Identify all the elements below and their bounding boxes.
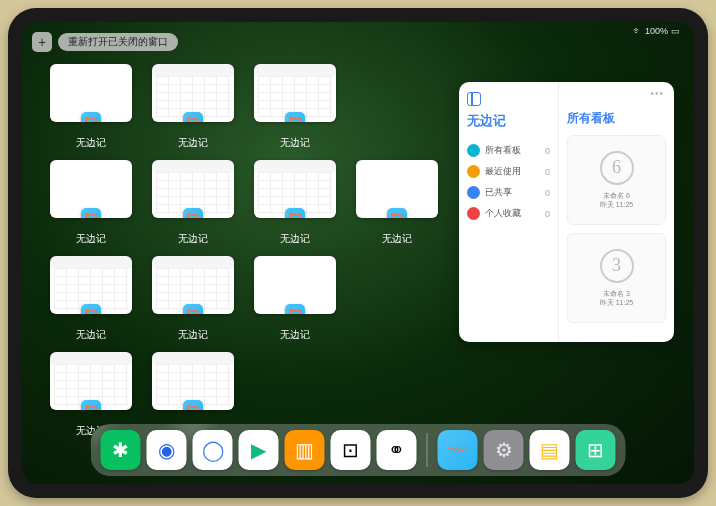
thumbnail-preview	[152, 64, 234, 122]
sidebar-item-count: 0	[545, 167, 550, 177]
dock-app-ali-cloud[interactable]: ◯	[193, 430, 233, 470]
board-name: 未命名 6	[600, 191, 633, 200]
thumbnail-preview	[50, 64, 132, 122]
sidebar-item-label: 个人收藏	[485, 207, 521, 220]
board-name: 未命名 3	[600, 289, 633, 298]
dock-app-quark[interactable]: ◉	[147, 430, 187, 470]
board-card[interactable]: 6未命名 6昨天 11:25	[567, 135, 666, 225]
window-menu-icon[interactable]: •••	[650, 88, 664, 99]
freeform-app-icon	[81, 208, 101, 218]
window-thumbnail[interactable]: 无边记	[356, 160, 438, 246]
dock-app-freeform[interactable]: 〰	[438, 430, 478, 470]
new-window-button[interactable]: +	[32, 32, 52, 52]
thumbnail-preview	[152, 256, 234, 314]
sidebar-item[interactable]: 已共享0	[467, 182, 550, 203]
dock-app-dice[interactable]: ⊡	[331, 430, 371, 470]
window-label: 无边记	[76, 232, 106, 246]
freeform-app-icon	[285, 304, 305, 314]
window-thumbnail[interactable]: 无边记	[254, 64, 336, 150]
freeform-app-icon	[183, 304, 203, 314]
sidebar-item[interactable]: 所有看板0	[467, 140, 550, 161]
plus-icon: +	[38, 34, 46, 50]
category-icon	[467, 186, 480, 199]
thumbnail-preview	[50, 352, 132, 410]
freeform-app-icon	[81, 112, 101, 122]
window-switcher-grid: 无边记无边记无边记无边记无边记无边记无边记无边记无边记无边记无边记无边记	[50, 64, 438, 438]
dock-app-settings[interactable]: ⚙	[484, 430, 524, 470]
sidebar-item-label: 最近使用	[485, 165, 521, 178]
window-thumbnail[interactable]: 无边记	[254, 160, 336, 246]
reopen-label: 重新打开已关闭的窗口	[68, 36, 168, 47]
sidebar-item-count: 0	[545, 146, 550, 156]
window-label: 无边记	[280, 136, 310, 150]
dock-app-play[interactable]: ▶	[239, 430, 279, 470]
window-thumbnail[interactable]: 无边记	[50, 160, 132, 246]
window-label: 无边记	[280, 232, 310, 246]
dock-app-graph[interactable]: ⚭	[377, 430, 417, 470]
window-thumbnail[interactable]: 无边记	[50, 256, 132, 342]
dock-app-books[interactable]: ▥	[285, 430, 325, 470]
window-label: 无边记	[76, 328, 106, 342]
freeform-main: 所有看板 6未命名 6昨天 11:253未命名 3昨天 11:25	[559, 82, 674, 342]
main-title: 所有看板	[567, 110, 666, 127]
sidebar-toggle-icon[interactable]	[467, 92, 481, 106]
thumbnail-preview	[254, 64, 336, 122]
thumbnail-preview	[152, 352, 234, 410]
dock-app-wechat[interactable]: ✱	[101, 430, 141, 470]
dock-app-notes[interactable]: ▤	[530, 430, 570, 470]
battery-label: 100%	[645, 26, 668, 36]
window-thumbnail[interactable]: 无边记	[254, 256, 336, 342]
freeform-app-icon	[81, 400, 101, 410]
ipad-frame: ᯤ 100% ▭ + 重新打开已关闭的窗口 无边记无边记无边记无边记无边记无边记…	[8, 8, 708, 498]
reopen-closed-window-button[interactable]: 重新打开已关闭的窗口	[58, 33, 178, 51]
category-icon	[467, 207, 480, 220]
freeform-app-icon	[183, 400, 203, 410]
dock-app-appgrid[interactable]: ⊞	[576, 430, 616, 470]
sidebar-item[interactable]: 最近使用0	[467, 161, 550, 182]
dock: ✱◉◯▶▥⊡⚭〰⚙▤⊞	[91, 424, 626, 476]
window-thumbnail[interactable]: 无边记	[152, 64, 234, 150]
freeform-sidebar: 无边记 所有看板0最近使用0已共享0个人收藏0	[459, 82, 559, 342]
status-bar: ᯤ 100% ▭	[633, 26, 680, 36]
board-time: 昨天 11:25	[600, 200, 633, 209]
category-icon	[467, 144, 480, 157]
sidebar-item-label: 已共享	[485, 186, 512, 199]
freeform-window[interactable]: ••• 无边记 所有看板0最近使用0已共享0个人收藏0 所有看板 6未命名 6昨…	[459, 82, 674, 342]
window-thumbnail[interactable]: 无边记	[50, 64, 132, 150]
thumbnail-preview	[254, 256, 336, 314]
freeform-app-icon	[81, 304, 101, 314]
window-label: 无边记	[178, 136, 208, 150]
sidebar-title: 无边记	[467, 112, 550, 130]
window-label: 无边记	[280, 328, 310, 342]
thumbnail-preview	[50, 160, 132, 218]
sidebar-item-count: 0	[545, 188, 550, 198]
freeform-app-icon	[387, 208, 407, 218]
sidebar-item[interactable]: 个人收藏0	[467, 203, 550, 224]
thumbnail-preview	[356, 160, 438, 218]
board-card[interactable]: 3未命名 3昨天 11:25	[567, 233, 666, 323]
window-label: 无边记	[178, 328, 208, 342]
wifi-icon: ᯤ	[633, 26, 642, 36]
thumbnail-preview	[254, 160, 336, 218]
battery-icon: ▭	[671, 26, 680, 36]
board-glyph: 3	[600, 249, 634, 283]
window-label: 无边记	[76, 136, 106, 150]
board-time: 昨天 11:25	[600, 298, 633, 307]
window-thumbnail[interactable]: 无边记	[152, 160, 234, 246]
freeform-app-icon	[285, 208, 305, 218]
sidebar-item-label: 所有看板	[485, 144, 521, 157]
window-label: 无边记	[178, 232, 208, 246]
sidebar-item-count: 0	[545, 209, 550, 219]
thumbnail-preview	[152, 160, 234, 218]
freeform-app-icon	[285, 112, 305, 122]
top-bar: + 重新打开已关闭的窗口	[32, 32, 178, 52]
window-label: 无边记	[382, 232, 412, 246]
window-thumbnail[interactable]: 无边记	[152, 256, 234, 342]
category-icon	[467, 165, 480, 178]
freeform-app-icon	[183, 208, 203, 218]
freeform-app-icon	[183, 112, 203, 122]
board-glyph: 6	[600, 151, 634, 185]
thumbnail-preview	[50, 256, 132, 314]
dock-separator	[427, 433, 428, 467]
screen: ᯤ 100% ▭ + 重新打开已关闭的窗口 无边记无边记无边记无边记无边记无边记…	[22, 22, 694, 484]
